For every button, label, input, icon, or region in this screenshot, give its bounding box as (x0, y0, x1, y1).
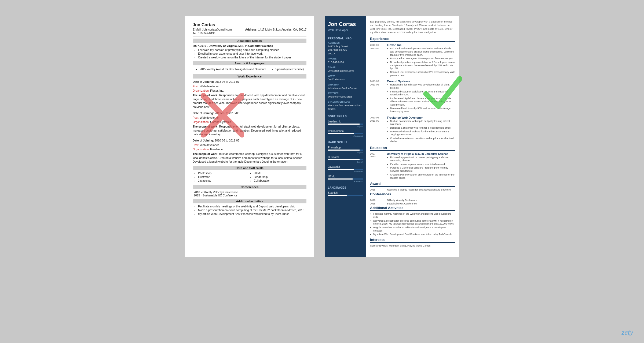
skills-list: Photoshop Illustrator Javascript HTML Le… (193, 172, 306, 183)
edu-bullet-1-2: Excelled in user experience and user int… (390, 163, 455, 166)
exp-dates-2: 2011-05 -2013-06 (370, 80, 385, 114)
exp-details-2: Corend Systems Responsible for full stac… (387, 80, 455, 114)
skill-photoshop: Photoshop Expert (325, 145, 366, 155)
exp-company-1: Flexor, Inc. (387, 43, 455, 47)
field-phone: Phone 310-242-0196 (325, 57, 366, 65)
skill-name-html: HTML (328, 175, 363, 178)
tel-row: Tel: 310-242-0196 (193, 32, 306, 35)
skill-bar-spanish (328, 195, 363, 196)
field-stackoverflow: StackOverflow stackoverflow.com/users/Jo… (325, 100, 366, 112)
activity-1: Facilitate monthly meetings of the Webfi… (198, 205, 306, 208)
main-content: Eye-poppingly prolific, full stack web d… (366, 16, 459, 257)
skill-illustrator: Illustrator Expert (325, 155, 366, 164)
exp-bullets-3: Built an ecommerce webapp to sell potty … (387, 120, 455, 143)
skill-bar-html (328, 178, 363, 180)
edu-school-1: University of Virginia, M.S. in Computer… (387, 152, 455, 155)
job3-org: Organization: Freelance (193, 147, 306, 151)
hard-skills-title: Hard Skills (325, 138, 366, 145)
skill-4: HTML (254, 172, 307, 175)
skill-name-javascript: Javascript (328, 165, 363, 168)
divider-1 (193, 36, 306, 36)
job2-post: Post: Web developer (193, 116, 306, 120)
field-value-phone: 310-242-0196 (328, 60, 363, 64)
skill-name-spanish: Spanish (328, 191, 363, 194)
field-www: WWW JonCortas.com (325, 74, 366, 83)
activity-right-1: Facilitate monthly meetings of the Webfi… (373, 212, 455, 219)
activity-right-2: Delivered a presentation on cloud comput… (373, 219, 455, 226)
experience-title: Experience (370, 37, 455, 42)
conf-name-1: O'Reilly Velocity Conference (387, 199, 417, 202)
activities-list-right: Facilitate monthly meetings of the Webfi… (370, 212, 455, 236)
address: Address: 1417 Libby St Los Angeles, CA, … (245, 28, 306, 31)
award-item: 2015 Webby Award for Best Navigation and… (200, 68, 266, 71)
field-value-twitter: twitter.com/JonCortas (328, 95, 363, 98)
skill-level-html: Advanced (328, 180, 363, 182)
summary: Eye-poppingly prolific, full stack web d… (370, 20, 455, 34)
soft-skills-title: Soft Skills (325, 112, 366, 119)
exp-dates-1: 2013-06 -2017-07 (370, 43, 385, 77)
resume-right: Jon Cortas Web Developer Personal Info A… (325, 16, 459, 257)
job2-date: Date of Joining: 2011-05 to 2013-06 (193, 111, 306, 115)
exp-bullet-2-4: Decreased lead times by 30% and reduced … (390, 107, 455, 113)
academic-bullet-1: Followed my passion of prototyping and c… (198, 48, 306, 51)
skill-html: HTML Advanced (325, 174, 366, 184)
skill-1: Photoshop (198, 172, 251, 175)
academic-header: Academic Details (193, 39, 306, 43)
exp-company-2: Corend Systems (387, 80, 455, 83)
field-label-phone: Phone (328, 57, 363, 60)
sidebar-fullname: Jon Cortas (328, 21, 363, 27)
job2-org: Organization: Corend Systems (193, 120, 306, 124)
sidebar-title: Web Developer (328, 28, 363, 32)
language-item: Spanish (intermediate) (275, 68, 304, 71)
skill-level-collaboration: Advanced (328, 135, 363, 137)
skill-fill-html (328, 178, 353, 180)
field-label-address: Address (328, 42, 363, 44)
conferences-title: Conferences (370, 192, 455, 197)
skill-leadership: Leadership Expert (325, 119, 366, 129)
personal-info-title: Personal Info (325, 34, 366, 41)
exp-bullet-3-3: Developed a launch website for the Indie… (390, 130, 455, 136)
skill-fill-photoshop (328, 150, 360, 151)
field-twitter: Twitter twitter.com/JonCortas (325, 91, 366, 100)
left-name: Jon Cortas (193, 23, 306, 27)
job-entry-1: Date of Joining: 2013-06 to 2017-07 Post… (193, 80, 306, 109)
activities-list: Facilitate monthly meetings of the Webfi… (193, 205, 306, 215)
edu-bullet-1-3: Pursued a Generalist Scholars Program gr… (390, 166, 455, 173)
exp-details-1: Flexor, Inc. Full stack web developer re… (387, 43, 455, 77)
exp-details-3: Freelance Web Developer Built an ecommer… (387, 116, 455, 144)
skill-name-illustrator: Illustrator (328, 156, 363, 159)
exp-bullet-1-1: Full stack web developer responsible for… (390, 47, 455, 57)
award-entry-1: 2015 Received a Webby Award for Best Nav… (370, 188, 455, 191)
exp-company-3: Freelance Web Developer (387, 116, 455, 119)
exp-bullet-1-4: Boosted user experience scores by 55% ov… (390, 71, 455, 77)
edu-dates-1: 2007 -2010 (370, 152, 385, 180)
field-label-linkedin: LinkedIn (328, 83, 363, 86)
language-list: Spanish (intermediate) (271, 68, 304, 71)
languages-title: Languages (325, 184, 366, 190)
skill-name-leadership: Leadership (328, 120, 363, 123)
academic-bullet-2: Excelled in user experience and user int… (198, 52, 306, 55)
exp-entry-1: 2013-06 -2017-07 Flexor, Inc. Full stack… (370, 43, 455, 77)
field-address: Address 1417 Libby StreetLos Angeles, CA… (325, 41, 366, 57)
skill-fill-collaboration (328, 133, 354, 134)
skill-name-collaboration: Collaboration (328, 130, 363, 133)
job3-post: Post: Web developer (193, 143, 306, 147)
field-email: E-mail JonCortas@gmail.com (325, 65, 366, 74)
exp-dates-3: 2010-06 -2011-05 (370, 116, 385, 144)
activity-2: Made a presentation on cloud computing a… (198, 208, 306, 212)
activity-3: My article Web Development Best Practice… (198, 212, 306, 215)
conf-name-2: Sustainable UX Conference (387, 202, 417, 205)
skill-bar-javascript (328, 169, 363, 170)
skill-5: Leadership (254, 175, 307, 178)
exp-bullet-1-2: Prototyped an average of 25 new product … (390, 57, 455, 60)
skill-level-leadership: Expert (328, 125, 363, 128)
skill-fill-leadership (328, 124, 360, 125)
field-label-www: WWW (328, 74, 363, 77)
field-value-stackoverflow: stackoverflow.com/users/Jon-Cortas (328, 103, 363, 111)
skill-level-photoshop: Expert (328, 151, 363, 154)
skills-header: Hard and Soft Skills (193, 166, 306, 170)
address-label: Address: (245, 28, 258, 31)
skill-name-photoshop: Photoshop (328, 146, 363, 149)
exp-bullet-3-2: Designed a customer web form for a local… (390, 126, 455, 130)
award-list: 2015 Webby Award for Best Navigation and… (195, 68, 266, 71)
